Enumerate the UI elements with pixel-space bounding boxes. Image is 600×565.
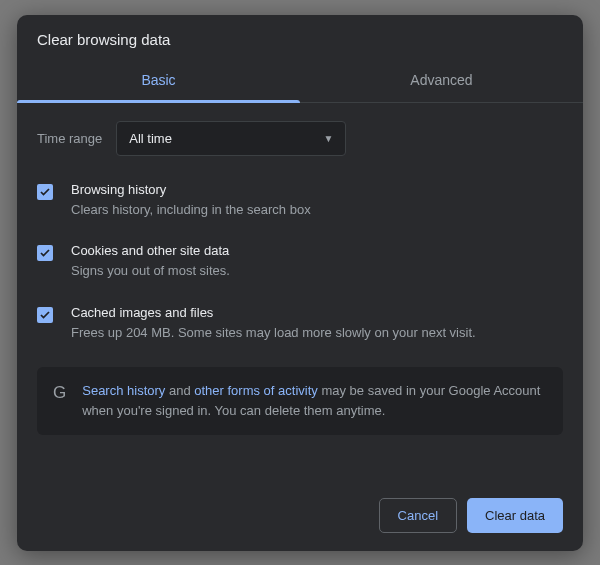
tabs: Basic Advanced: [17, 60, 583, 103]
option-text: Cookies and other site data Signs you ou…: [71, 243, 230, 281]
google-icon: G: [53, 383, 66, 403]
option-cached: Cached images and files Frees up 204 MB.…: [37, 305, 563, 343]
time-range-label: Time range: [37, 131, 102, 146]
link-other-activity[interactable]: other forms of activity: [194, 383, 318, 398]
option-title: Browsing history: [71, 182, 311, 197]
info-mid1: and: [165, 383, 194, 398]
clear-browsing-data-dialog: Clear browsing data Basic Advanced Time …: [17, 15, 583, 551]
link-search-history[interactable]: Search history: [82, 383, 165, 398]
option-cookies: Cookies and other site data Signs you ou…: [37, 243, 563, 281]
checkbox-cached[interactable]: [37, 307, 53, 323]
info-text: Search history and other forms of activi…: [82, 381, 547, 421]
option-title: Cached images and files: [71, 305, 476, 320]
checkbox-cookies[interactable]: [37, 245, 53, 261]
option-text: Browsing history Clears history, includi…: [71, 182, 311, 220]
time-range-value: All time: [129, 131, 172, 146]
time-range-select[interactable]: All time ▼: [116, 121, 346, 156]
option-text: Cached images and files Frees up 204 MB.…: [71, 305, 476, 343]
tab-advanced[interactable]: Advanced: [300, 60, 583, 102]
clear-data-button[interactable]: Clear data: [467, 498, 563, 533]
option-browsing-history: Browsing history Clears history, includi…: [37, 182, 563, 220]
option-desc: Clears history, including in the search …: [71, 201, 311, 220]
cancel-button[interactable]: Cancel: [379, 498, 457, 533]
checkbox-browsing-history[interactable]: [37, 184, 53, 200]
tab-advanced-label: Advanced: [410, 72, 472, 88]
time-range-row: Time range All time ▼: [37, 121, 563, 156]
check-icon: [39, 309, 51, 321]
tab-basic[interactable]: Basic: [17, 60, 300, 102]
dialog-footer: Cancel Clear data: [17, 482, 583, 551]
option-title: Cookies and other site data: [71, 243, 230, 258]
option-desc: Frees up 204 MB. Some sites may load mor…: [71, 324, 476, 343]
option-desc: Signs you out of most sites.: [71, 262, 230, 281]
chevron-down-icon: ▼: [323, 133, 333, 144]
check-icon: [39, 247, 51, 259]
google-account-info: G Search history and other forms of acti…: [37, 367, 563, 435]
dialog-title: Clear browsing data: [17, 15, 583, 60]
tab-basic-label: Basic: [141, 72, 175, 88]
check-icon: [39, 186, 51, 198]
dialog-content: Time range All time ▼ Browsing history C…: [17, 103, 583, 482]
